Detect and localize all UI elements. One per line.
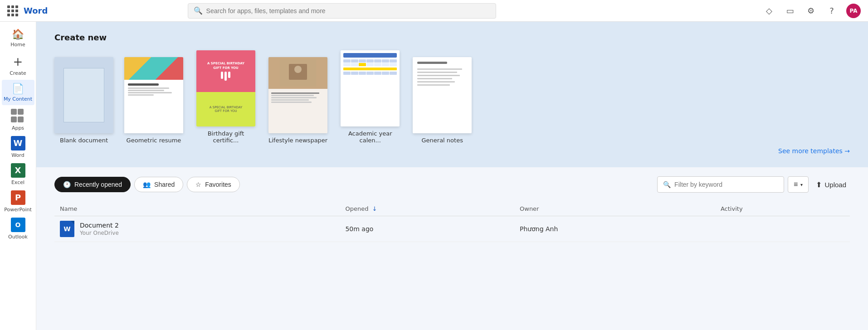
docs-tabs: 🕐 Recently opened 👥 Shared ☆ Favorites 🔍: [54, 176, 850, 193]
create-new-title: Create new: [54, 33, 850, 42]
search-icon: 🔍: [194, 6, 203, 15]
sidebar-item-apps-label: Apps: [12, 125, 24, 131]
col-owner: Owner: [514, 202, 715, 216]
video-icon[interactable]: ▭: [784, 5, 796, 17]
search-bar[interactable]: 🔍: [188, 3, 496, 19]
template-birthday-cert[interactable]: A SPECIAL BIRTHDAY GIFT FOR YOU A SPEC: [194, 50, 258, 144]
tab-favorites-label: Favorites: [205, 181, 231, 188]
see-more-templates-text: See more templates →: [778, 147, 850, 155]
birthday-cert-thumb: A SPECIAL BIRTHDAY GIFT FOR YOU A SPEC: [196, 50, 255, 126]
settings-icon[interactable]: ⚙: [805, 5, 817, 17]
template-lifestyle-newspaper[interactable]: Lifestyle newspaper: [268, 57, 327, 144]
shared-icon: 👥: [143, 181, 151, 188]
app-launcher-icon[interactable]: [7, 5, 18, 16]
doc-activity-cell: [715, 216, 850, 242]
doc-file-icon: W: [60, 221, 74, 237]
geometric-resume-thumb: [124, 57, 183, 133]
sidebar-item-home-label: Home: [10, 42, 25, 48]
doc-name-cell: W Document 2 Your OneDrive: [54, 216, 340, 242]
col-name: Name: [54, 202, 340, 216]
template-general-notes-label: General notes: [421, 137, 463, 144]
avatar[interactable]: PA: [846, 4, 861, 18]
template-blank-label: Blank document: [60, 137, 108, 144]
tab-recently-opened[interactable]: 🕐 Recently opened: [54, 177, 131, 192]
sort-icon: ≡: [794, 180, 798, 189]
tab-recently-opened-label: Recently opened: [74, 181, 122, 188]
sidebar-item-powerpoint-label: PowerPoint: [4, 207, 32, 213]
docs-table: Name Opened ↓ Owner Activity W: [54, 202, 850, 242]
table-row: W Document 2 Your OneDrive 50m ago Phươn…: [54, 216, 850, 242]
sidebar-item-word-label: Word: [11, 152, 24, 158]
excel-icon: X: [11, 163, 25, 178]
doc-name-cell-inner: W Document 2 Your OneDrive: [60, 221, 334, 237]
search-input[interactable]: [206, 7, 490, 15]
main-layout: 🏠 Home + Create 📄 My Content Apps W Word…: [0, 22, 868, 330]
filter-input-wrap[interactable]: 🔍: [657, 176, 784, 193]
template-geometric-resume[interactable]: Geometric resume: [124, 57, 183, 144]
home-icon: 🏠: [12, 29, 24, 40]
template-birthday-cert-label: Birthday gift certific...: [194, 130, 258, 144]
general-notes-thumb: [413, 57, 472, 133]
create-icon: +: [13, 55, 23, 68]
sidebar-item-excel-label: Excel: [11, 180, 24, 185]
outlook-icon: O: [11, 218, 25, 232]
sidebar-item-outlook-label: Outlook: [8, 234, 28, 240]
sidebar-item-excel[interactable]: X Excel: [2, 161, 34, 187]
app-title: Word: [24, 6, 48, 15]
sidebar-item-outlook[interactable]: O Outlook: [2, 216, 34, 241]
docs-section: 🕐 Recently opened 👥 Shared ☆ Favorites 🔍: [36, 167, 868, 330]
sidebar: 🏠 Home + Create 📄 My Content Apps W Word…: [0, 22, 36, 330]
blank-thumb-inner: [63, 68, 104, 122]
upload-icon: ⬆: [816, 180, 822, 189]
table-header-row: Name Opened ↓ Owner Activity: [54, 202, 850, 216]
upload-button[interactable]: ⬆ Upload: [812, 176, 850, 193]
sidebar-item-my-content-label: My Content: [4, 96, 32, 102]
topbar: Word 🔍 ◇ ▭ ⚙ ? PA: [0, 0, 868, 22]
academic-calendar-thumb: [341, 50, 400, 126]
template-academic-calendar[interactable]: Academic year calen...: [338, 50, 402, 144]
lifestyle-newspaper-image: [268, 57, 327, 89]
clock-icon: 🕐: [63, 181, 71, 188]
col-opened: Opened ↓: [340, 202, 514, 216]
sort-button[interactable]: ≡ ▾: [788, 176, 809, 193]
sidebar-item-my-content[interactable]: 📄 My Content: [2, 80, 34, 105]
tab-favorites[interactable]: ☆ Favorites: [187, 177, 240, 192]
template-academic-calendar-label: Academic year calen...: [338, 130, 402, 144]
template-blank[interactable]: Blank document: [54, 57, 113, 144]
premium-icon[interactable]: ◇: [763, 5, 775, 17]
my-content-icon: 📄: [12, 83, 24, 94]
sidebar-item-powerpoint[interactable]: P PowerPoint: [2, 189, 34, 214]
template-lifestyle-newspaper-label: Lifestyle newspaper: [268, 137, 327, 144]
sidebar-item-apps[interactable]: Apps: [2, 107, 34, 132]
col-activity: Activity: [715, 202, 850, 216]
lifestyle-newspaper-thumb: [268, 57, 327, 133]
topbar-actions: ◇ ▭ ⚙ ? PA: [763, 4, 861, 18]
help-icon[interactable]: ?: [825, 5, 838, 17]
doc-name-text: Document 2 Your OneDrive: [80, 222, 119, 236]
powerpoint-icon: P: [11, 190, 25, 205]
col-opened-label: Opened: [345, 205, 368, 212]
doc-name-sub: Your OneDrive: [80, 230, 119, 236]
filter-search-icon: 🔍: [663, 181, 671, 188]
tab-shared-label: Shared: [154, 181, 175, 188]
apps-icon: [11, 109, 25, 123]
content-area: Create new Blank document: [36, 22, 868, 330]
sort-down-icon[interactable]: ↓: [372, 205, 377, 212]
template-geometric-resume-label: Geometric resume: [127, 137, 181, 144]
doc-owner-cell: Phương Anh: [514, 216, 715, 242]
sidebar-item-create-label: Create: [10, 70, 26, 76]
create-new-section: Create new Blank document: [36, 22, 868, 167]
star-icon: ☆: [195, 181, 201, 188]
sort-chevron-icon: ▾: [800, 182, 803, 187]
doc-opened-cell: 50m ago: [340, 216, 514, 242]
template-general-notes[interactable]: General notes: [413, 57, 472, 144]
doc-name-main[interactable]: Document 2: [80, 222, 119, 229]
word-icon: W: [11, 136, 25, 150]
tab-shared[interactable]: 👥 Shared: [134, 177, 183, 192]
sidebar-item-create[interactable]: + Create: [2, 53, 34, 78]
sidebar-item-word[interactable]: W Word: [2, 134, 34, 160]
upload-label: Upload: [824, 181, 846, 189]
sidebar-item-home[interactable]: 🏠 Home: [2, 25, 34, 51]
see-more-templates-link[interactable]: See more templates →: [54, 144, 850, 155]
filter-input[interactable]: [674, 181, 778, 188]
